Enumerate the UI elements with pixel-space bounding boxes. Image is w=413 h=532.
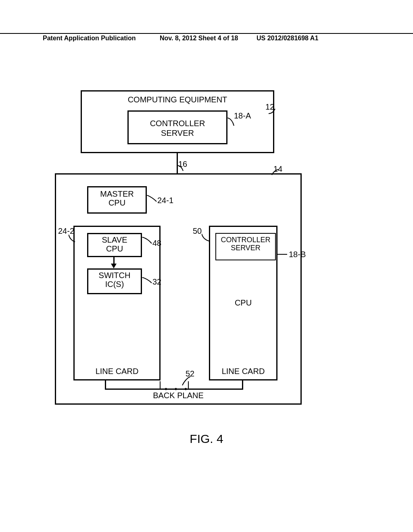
leader-32 [142,277,153,286]
switch-ic-line1: SWITCH [99,271,131,280]
master-cpu-line1: MASTER [100,189,133,198]
leader-18b [277,254,287,255]
leader-14 [271,169,280,177]
controller-server-b-line2: SERVER [231,244,261,252]
ref-32: 32 [152,277,161,287]
controller-server-a-line1: CONTROLLER [150,119,205,128]
switch-ic-label: SWITCH IC(S) [87,271,142,289]
master-cpu-line2: CPU [108,198,125,207]
line-card-right-label: LINE CARD [209,367,277,376]
arrow-slave-to-switch-head [111,264,117,268]
leader-50 [202,234,211,243]
leader-12 [269,108,278,115]
controller-server-b-label: CONTROLLER SERVER [215,236,276,252]
controller-server-a-label: CONTROLLER SERVER [127,118,227,138]
computing-equipment-title: COMPUTING EQUIPMENT [81,95,274,104]
leader-16 [177,165,186,173]
controller-server-b-line1: CONTROLLER [221,236,270,244]
backplane-tick-left [160,381,161,389]
leader-52 [181,376,192,387]
backplane-label: BACK PLANE [55,391,302,400]
cpu-label: CPU [209,298,277,308]
figure-caption: FIG. 4 [0,432,413,446]
leader-24-1 [147,195,158,205]
figure-diagram: COMPUTING EQUIPMENT CONTROLLER SERVER 12… [0,0,413,532]
slave-cpu-line2: CPU [106,244,123,253]
backplane-right-connector [242,380,243,389]
ref-18-b: 18-B [289,250,306,259]
ref-24-1: 24-1 [157,196,173,205]
ref-48: 48 [152,239,161,248]
controller-server-a-line2: SERVER [161,129,194,137]
leader-24-2 [69,235,77,243]
backplane-left-connector [105,380,106,389]
master-cpu-label: MASTER CPU [87,189,147,207]
switch-ic-line2: IC(S) [105,280,124,289]
leader-18a [227,118,237,127]
leader-48 [142,237,153,246]
slave-cpu-line1: SLAVE [102,235,127,244]
slave-cpu-label: SLAVE CPU [87,235,142,253]
line-card-left-label: LINE CARD [73,367,161,376]
ref-50: 50 [193,227,202,236]
